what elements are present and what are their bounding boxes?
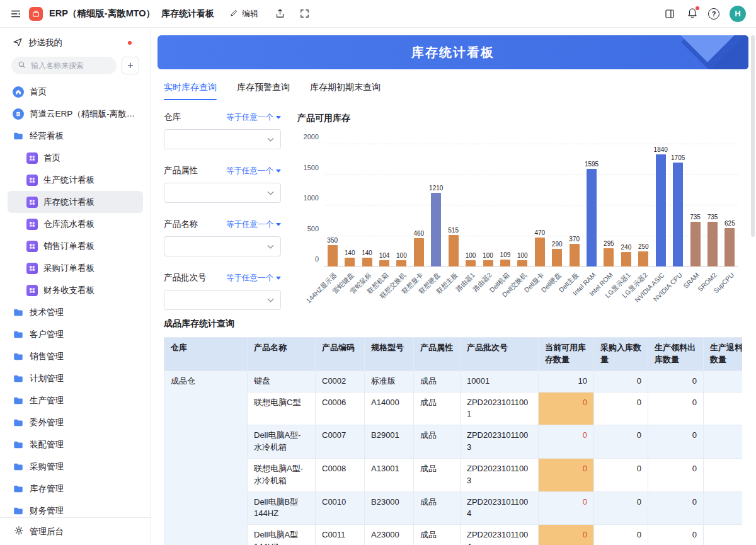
table-cell: C0006: [316, 392, 365, 425]
table-row: 成品仓键盘C0002标准版成品1000110000: [164, 370, 743, 392]
bar[interactable]: [638, 251, 648, 267]
help-icon[interactable]: ?: [708, 8, 719, 20]
sidebar-item[interactable]: 技术管理: [8, 301, 143, 323]
sidebar-item[interactable]: 首页: [8, 81, 143, 103]
table-cell: 0: [704, 525, 743, 545]
tab[interactable]: 库存期初期末查询: [310, 82, 381, 100]
bar-value-label: 240: [621, 244, 632, 251]
bar[interactable]: [673, 163, 683, 267]
filter-label: 产品属性: [164, 165, 198, 176]
search-box[interactable]: [11, 57, 117, 74]
sidebar-item[interactable]: 仓库流水看板: [8, 213, 143, 235]
bar[interactable]: [466, 260, 476, 267]
sidebar-item[interactable]: 财务管理: [8, 500, 143, 517]
bar[interactable]: [379, 260, 389, 267]
folder-icon: [13, 395, 24, 406]
filter-label: 仓库: [164, 112, 181, 123]
filter-select[interactable]: [164, 236, 281, 256]
table-cell: 0: [648, 458, 704, 491]
cc-to-me-item[interactable]: 抄送我的: [8, 33, 143, 53]
filter-operator-link[interactable]: 等于任意一个: [226, 219, 281, 230]
avatar[interactable]: H: [730, 6, 746, 22]
bar[interactable]: [724, 228, 735, 267]
sidebar-search-row: +: [8, 57, 143, 74]
filter-group: 产品属性等于任意一个: [164, 165, 281, 203]
sidebar-item[interactable]: 装配管理: [8, 433, 143, 456]
scrollbar-thumb[interactable]: [751, 35, 755, 237]
search-input[interactable]: [30, 60, 110, 71]
folder-icon: [13, 461, 24, 473]
sidebar-item[interactable]: 生产管理: [8, 389, 143, 411]
topbar-center: 库存统计看板 编辑: [152, 7, 663, 20]
admin-backend-item[interactable]: 管理后台: [0, 517, 151, 545]
add-button[interactable]: +: [122, 57, 139, 74]
y-axis-label: 1500: [304, 164, 319, 171]
sidebar-item[interactable]: 客户管理: [8, 323, 143, 345]
chart-title: 产品可用库存: [297, 113, 742, 124]
filter-select[interactable]: [164, 290, 281, 310]
filter-select[interactable]: [164, 183, 281, 203]
bar-value-label: 1840: [654, 146, 668, 153]
fullscreen-icon[interactable]: [298, 7, 311, 20]
bar[interactable]: [621, 252, 631, 267]
bar[interactable]: [656, 154, 666, 267]
app-doc-icon: [13, 108, 24, 120]
bar[interactable]: [328, 245, 338, 267]
bar[interactable]: [449, 235, 459, 267]
bar[interactable]: [396, 260, 406, 267]
sidebar-collapse-icon[interactable]: [9, 7, 23, 21]
sidebar-item[interactable]: 采购管理: [8, 456, 143, 478]
share-icon[interactable]: [273, 7, 287, 20]
table-cell: 0: [594, 491, 648, 525]
bar[interactable]: [431, 193, 441, 267]
table-row: Dell电脑A型 144HZC0011A23000成品ZPD2023101100…: [164, 525, 743, 545]
bar[interactable]: [587, 169, 597, 267]
sidebar-item[interactable]: 采购订单看板: [8, 257, 143, 279]
sidebar-item-label: 采购订单看板: [43, 263, 94, 274]
bar[interactable]: [570, 244, 580, 267]
filter-operator-link[interactable]: 等于任意一个: [226, 166, 281, 176]
bar[interactable]: [414, 238, 424, 267]
sidebar-item[interactable]: 销售管理: [8, 345, 143, 367]
sidebar-item[interactable]: 简道云ERP（精细版-离散MT...: [8, 103, 143, 125]
column-header: 仓库: [164, 338, 248, 371]
sidebar-item[interactable]: 生产统计看板: [8, 169, 143, 191]
filter-operator-link[interactable]: 等于任意一个: [226, 112, 281, 123]
sidebar-item[interactable]: 财务收支看板: [8, 279, 143, 301]
column-header: 当前可用库存数量: [539, 338, 594, 371]
app-title: ERP（精细版-离散MTO）: [49, 8, 155, 20]
unread-dot: [128, 41, 132, 45]
sidebar-item[interactable]: 库存管理: [8, 478, 143, 500]
bar[interactable]: [345, 258, 355, 267]
bar[interactable]: [483, 260, 493, 267]
bar-value-label: 100: [396, 252, 407, 259]
bar-value-label: 1705: [671, 154, 685, 161]
sidebar-item[interactable]: 委外管理: [8, 411, 143, 433]
bar[interactable]: [552, 249, 562, 267]
notification-bell-icon[interactable]: [687, 7, 698, 20]
filter-select[interactable]: [164, 129, 281, 149]
chevron-down-icon: [267, 244, 274, 249]
bar[interactable]: [690, 222, 701, 267]
search-icon: [18, 60, 26, 71]
filter-operator-link[interactable]: 等于任意一个: [226, 273, 281, 284]
bar[interactable]: [517, 260, 527, 267]
device-panel-icon[interactable]: [663, 7, 677, 21]
sidebar-item[interactable]: 经营看板: [8, 125, 143, 147]
sidebar-item[interactable]: 库存统计看板: [8, 191, 143, 213]
sidebar-item[interactable]: 首页: [8, 147, 143, 169]
bar[interactable]: [604, 248, 614, 267]
bar[interactable]: [535, 238, 545, 267]
table-cell: 0: [594, 392, 648, 425]
sidebar-item[interactable]: 销售订单看板: [8, 235, 143, 257]
table-cell: 10001: [461, 370, 539, 392]
bar[interactable]: [362, 258, 372, 267]
tab[interactable]: 库存预警查询: [237, 82, 290, 100]
bar[interactable]: [707, 222, 718, 267]
bar-value-label: 140: [362, 250, 372, 256]
edit-button[interactable]: 编辑: [226, 8, 262, 20]
tab[interactable]: 实时库存查询: [164, 82, 217, 100]
table-section: 成品库存统计查询 仓库产品名称产品编码规格型号产品属性产品批次号当前可用库存数量…: [158, 311, 748, 545]
sidebar-item[interactable]: 计划管理: [8, 367, 143, 389]
bar[interactable]: [500, 260, 510, 267]
